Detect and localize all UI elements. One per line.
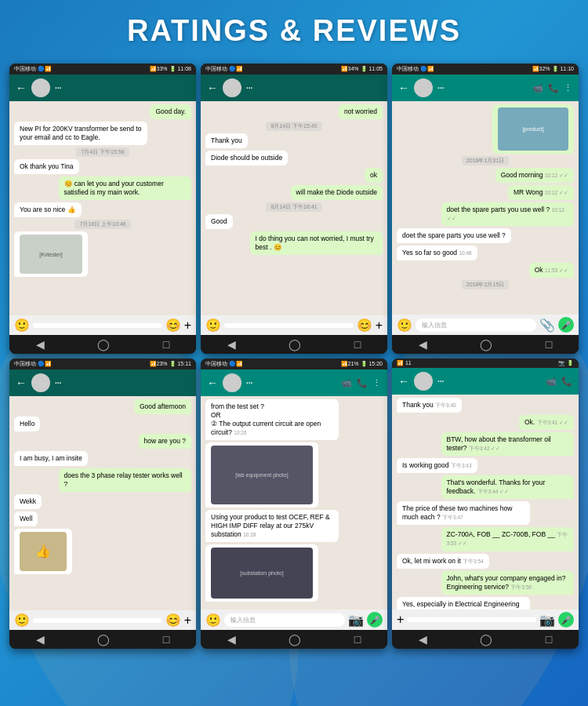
image-msg: [lab equipment photo] xyxy=(205,442,318,508)
mic-button[interactable]: 🎤 xyxy=(558,317,574,333)
video-call-icon[interactable]: 📹 xyxy=(341,378,352,388)
back-nav[interactable]: ◀ xyxy=(36,633,45,646)
page-title: RATINGS & REVIEWS xyxy=(0,0,588,57)
phone-3: 中国移动 🔵📶 📶32% 🔋 11:10 ← ··· 📹 📞 ⋮ [produc… xyxy=(392,64,579,354)
home-nav[interactable]: ◯ xyxy=(289,633,301,646)
back-icon[interactable]: ← xyxy=(207,82,218,94)
mic-button[interactable]: 🎤 xyxy=(558,612,574,628)
recent-nav[interactable]: □ xyxy=(354,633,361,646)
phone-call-icon[interactable]: 📞 xyxy=(357,378,368,388)
message-input-4[interactable] xyxy=(33,618,162,623)
chat-body-2: not worried 8月14日 下午15:40 Thank you Diod… xyxy=(201,101,387,315)
emoji-icon[interactable]: 🙂 xyxy=(397,318,412,333)
status-bar-4: 中国移动 🔵📶 📶23% 🔋 15:11 xyxy=(9,358,196,369)
msg-received: Is working good 下午3:43 xyxy=(397,458,477,473)
timestamp: 8月14日 下午15:40 xyxy=(266,122,321,131)
phone-5: 中国移动 🔵📶 📶21% 🔋 15:20 ← ··· 📹 📞 ⋮ from th… xyxy=(201,358,387,649)
back-nav[interactable]: ◀ xyxy=(36,338,45,351)
chat-body-6: Thank you 下午3:40 Ok. 下午3:41 ✓✓ BTW, how … xyxy=(392,395,579,610)
msg-sent: ok xyxy=(365,168,383,183)
avatar-5 xyxy=(223,373,241,392)
phone-call-icon[interactable]: 📞 xyxy=(548,83,559,93)
attach-icon[interactable]: 😊 xyxy=(165,318,181,333)
msg-received: Diode should be outside xyxy=(205,151,288,166)
back-nav[interactable]: ◀ xyxy=(227,338,236,351)
back-icon[interactable]: ← xyxy=(398,375,409,388)
video-call-icon[interactable]: 📹 xyxy=(546,377,557,387)
msg-sent: will make the Diode outside xyxy=(291,185,383,200)
recent-nav[interactable]: □ xyxy=(354,338,361,351)
msg-sent: not worried xyxy=(339,104,383,119)
message-input-3[interactable]: 输入信息 xyxy=(416,318,536,332)
msg-sent: John, what's your company engaged in? En… xyxy=(441,571,575,595)
chat-input-bar-2: 🙂 😊 + xyxy=(201,315,387,335)
attach-icon[interactable]: 😊 xyxy=(357,318,372,333)
msg-sent: I do thing you can not worried, I must t… xyxy=(250,231,383,255)
chat-body-1: Good day. New PI for 200KV transformer b… xyxy=(9,101,196,315)
phones-grid: 中国移动 🔵📶 📶33% 🔋 11:08 ← ··· Good day. New… xyxy=(0,57,588,658)
plus-icon[interactable]: + xyxy=(376,318,383,333)
chat-input-bar-6: + 📷 🎤 xyxy=(392,610,579,630)
plus-icon[interactable]: + xyxy=(397,613,404,627)
home-nav[interactable]: ◯ xyxy=(480,338,492,351)
back-icon[interactable]: ← xyxy=(207,377,218,389)
attach-icon[interactable]: 😊 xyxy=(165,613,181,628)
image-msg: 👍 xyxy=(14,529,72,574)
contact-name-5: ··· xyxy=(246,379,336,388)
msg-sent: Good morning 10:12 ✓✓ xyxy=(495,168,574,183)
home-nav[interactable]: ◯ xyxy=(97,633,110,646)
recent-nav[interactable]: □ xyxy=(546,338,552,351)
recent-nav[interactable]: □ xyxy=(163,633,169,646)
back-nav[interactable]: ◀ xyxy=(419,633,427,646)
phone-call-icon[interactable]: 📞 xyxy=(561,377,572,387)
emoji-icon[interactable]: 🙂 xyxy=(14,318,30,333)
chat-header-3: ← ··· 📹 📞 ⋮ xyxy=(392,75,579,101)
more-icon[interactable]: ⋮ xyxy=(372,378,381,388)
emoji-icon[interactable]: 🙂 xyxy=(14,613,30,628)
msg-received: Ok thank you Tina xyxy=(14,159,79,174)
emoji-icon[interactable]: 🙂 xyxy=(205,318,221,333)
back-icon[interactable]: ← xyxy=(16,377,27,389)
msg-received: Yes so far so good 10:48 xyxy=(397,246,477,260)
more-icon[interactable]: ⋮ xyxy=(564,83,572,93)
msg-received: Thank you xyxy=(205,133,248,148)
message-input-5[interactable]: 输入信息 xyxy=(224,613,345,627)
chat-body-3: [product] 2018年1月31日 Good morning 10:12 … xyxy=(392,101,579,315)
chat-header-4: ← ··· xyxy=(9,369,196,396)
recent-nav[interactable]: □ xyxy=(163,338,169,351)
msg-received: Good xyxy=(205,214,233,229)
avatar-4 xyxy=(31,373,50,392)
back-nav[interactable]: ◀ xyxy=(227,633,236,646)
home-nav[interactable]: ◯ xyxy=(289,338,301,351)
back-nav[interactable]: ◀ xyxy=(419,338,427,351)
timestamp: 2018年2月15日 xyxy=(462,280,509,289)
attach-icon[interactable]: 📎 xyxy=(539,318,555,333)
plus-icon[interactable]: + xyxy=(184,318,191,333)
video-call-icon[interactable]: 📹 xyxy=(532,83,543,93)
nav-bar-1: ◀ ◯ □ xyxy=(9,335,196,354)
camera-icon[interactable]: 📷 xyxy=(348,613,364,628)
message-input-2[interactable] xyxy=(224,323,354,328)
plus-icon[interactable]: + xyxy=(184,613,191,628)
msg-sent: does the 3 phase relay tester works well… xyxy=(59,468,192,492)
phone-1: 中国移动 🔵📶 📶33% 🔋 11:08 ← ··· Good day. New… xyxy=(9,64,196,354)
recent-nav[interactable]: □ xyxy=(546,633,552,646)
back-icon[interactable]: ← xyxy=(16,82,27,94)
emoji-icon[interactable]: 🙂 xyxy=(205,613,221,628)
msg-received: from the test set ?OR② The output curren… xyxy=(205,399,339,440)
chat-header-2: ← ··· xyxy=(201,75,387,101)
camera-icon[interactable]: 📷 xyxy=(539,613,555,628)
back-icon[interactable]: ← xyxy=(398,82,409,94)
mic-button[interactable]: 🎤 xyxy=(367,612,383,628)
status-bar-3: 中国移动 🔵📶 📶32% 🔋 11:10 xyxy=(392,64,579,75)
msg-received: The price of these two machines how much… xyxy=(397,501,530,525)
msg-received: doet the spare parts you use well ? xyxy=(397,228,511,243)
home-nav[interactable]: ◯ xyxy=(97,338,110,351)
phone-2: 中国移动 🔵📶 📶34% 🔋 11:05 ← ··· not worried 8… xyxy=(201,64,387,354)
msg-received: I am busy, I am insite xyxy=(14,451,88,466)
message-input-1[interactable] xyxy=(33,323,162,328)
chat-header-5: ← ··· 📹 📞 ⋮ xyxy=(201,369,387,396)
message-input-6[interactable] xyxy=(407,617,536,622)
msg-sent: doet the spare parts you use well ? 10:1… xyxy=(441,202,575,226)
home-nav[interactable]: ◯ xyxy=(480,633,492,646)
